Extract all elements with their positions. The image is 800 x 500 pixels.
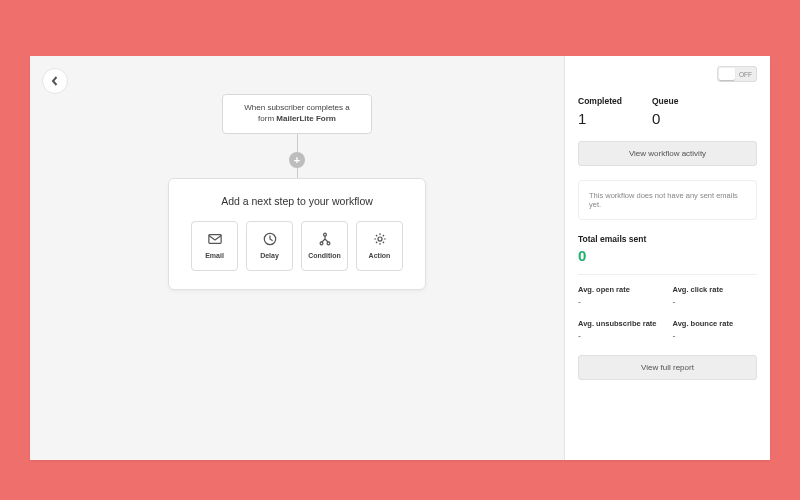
trigger-text-line1: When subscriber completes a (244, 103, 349, 112)
metric-unsubscribe-rate: Avg. unsubscribe rate - (578, 319, 663, 341)
metric-label: Avg. unsubscribe rate (578, 319, 663, 328)
clock-icon (263, 232, 277, 246)
stat-queue: Queue 0 (652, 96, 678, 127)
button-label: View full report (641, 363, 694, 372)
metric-label: Avg. click rate (673, 285, 758, 294)
svg-point-3 (320, 242, 323, 245)
metric-label: Avg. bounce rate (673, 319, 758, 328)
trigger-text-line2-pre: form (258, 114, 276, 123)
total-sent-value: 0 (578, 247, 757, 264)
stat-value: 1 (578, 110, 622, 127)
toggle-knob (719, 68, 735, 80)
stat-label: Queue (652, 96, 678, 106)
svg-rect-0 (208, 235, 220, 244)
stat-completed: Completed 1 (578, 96, 622, 127)
svg-point-2 (323, 233, 326, 236)
workflow-flow: When subscriber completes a form MailerL… (168, 94, 426, 290)
chevron-left-icon (50, 72, 60, 90)
metric-bounce-rate: Avg. bounce rate - (673, 319, 758, 341)
toggle-row: OFF (578, 66, 757, 82)
plus-icon: + (294, 154, 300, 166)
metric-grid: Avg. open rate - Avg. click rate - Avg. … (578, 285, 757, 341)
branch-icon (318, 232, 332, 246)
trigger-form-name: MailerLite Form (276, 114, 336, 123)
metric-value: - (673, 297, 758, 307)
metric-value: - (578, 331, 663, 341)
step-option-delay[interactable]: Delay (246, 221, 293, 271)
view-report-button[interactable]: View full report (578, 355, 757, 380)
toggle-label: OFF (739, 71, 752, 78)
connector-line (297, 134, 298, 152)
gear-icon (373, 232, 387, 246)
svg-point-5 (377, 237, 381, 241)
back-button[interactable] (42, 68, 68, 94)
step-option-action[interactable]: Action (356, 221, 403, 271)
step-panel-title: Add a next step to your workflow (191, 195, 403, 207)
step-picker-panel: Add a next step to your workflow Email D… (168, 178, 426, 290)
step-option-label: Delay (260, 252, 279, 259)
step-option-label: Action (369, 252, 391, 259)
stat-row: Completed 1 Queue 0 (578, 96, 757, 127)
metric-open-rate: Avg. open rate - (578, 285, 663, 307)
step-option-grid: Email Delay Condition (191, 221, 403, 271)
step-option-condition[interactable]: Condition (301, 221, 348, 271)
step-option-label: Email (205, 252, 224, 259)
button-label: View workflow activity (629, 149, 706, 158)
empty-emails-notice: This workflow does not have any sent ema… (578, 180, 757, 220)
workflow-toggle[interactable]: OFF (717, 66, 757, 82)
app-window: When subscriber completes a form MailerL… (30, 56, 770, 460)
email-icon (208, 232, 222, 246)
side-panel: OFF Completed 1 Queue 0 View workflow ac… (565, 56, 770, 460)
metric-label: Avg. open rate (578, 285, 663, 294)
step-option-label: Condition (308, 252, 341, 259)
total-sent-label: Total emails sent (578, 234, 757, 244)
divider (578, 274, 757, 275)
stat-value: 0 (652, 110, 678, 127)
add-step-node[interactable]: + (289, 152, 305, 168)
svg-point-4 (327, 242, 330, 245)
stat-label: Completed (578, 96, 622, 106)
metric-value: - (673, 331, 758, 341)
metric-value: - (578, 297, 663, 307)
metric-click-rate: Avg. click rate - (673, 285, 758, 307)
step-option-email[interactable]: Email (191, 221, 238, 271)
view-activity-button[interactable]: View workflow activity (578, 141, 757, 166)
connector-line (297, 168, 298, 178)
workflow-canvas: When subscriber completes a form MailerL… (30, 56, 565, 460)
notice-text: This workflow does not have any sent ema… (589, 191, 738, 209)
trigger-node[interactable]: When subscriber completes a form MailerL… (222, 94, 372, 134)
